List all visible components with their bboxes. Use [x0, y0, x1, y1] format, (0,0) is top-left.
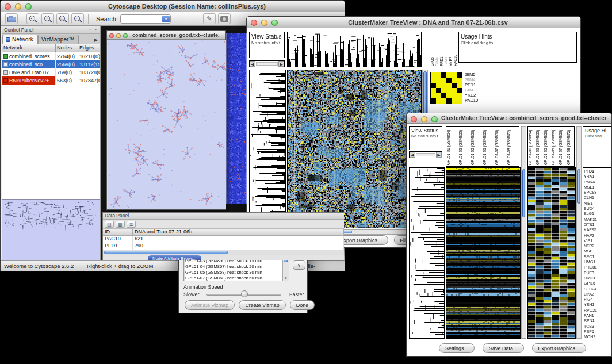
- close-button[interactable]: [251, 20, 257, 26]
- dense-network-canvas[interactable]: [227, 33, 246, 204]
- close-button[interactable]: [5, 3, 11, 10]
- tab-overflow-arrow[interactable]: ▶: [94, 37, 100, 44]
- matrix-cell[interactable]: [446, 72, 452, 78]
- network-overview-canvas[interactable]: [2, 200, 100, 261]
- row-dendrogram-panel[interactable]: [249, 70, 286, 228]
- zoom-in-button[interactable]: +: [41, 13, 54, 24]
- tree-navigator[interactable]: ◀ ▶: [409, 151, 442, 158]
- panel-float-close-icons[interactable]: ▫ ×: [89, 27, 98, 33]
- matrix-cell[interactable]: [446, 98, 452, 104]
- delete-attribute-button[interactable]: ≣: [127, 221, 136, 228]
- column-header-nodes[interactable]: Nodes: [56, 44, 78, 52]
- matrix-cell[interactable]: [452, 93, 457, 98]
- create-attribute-button[interactable]: ▦: [116, 221, 125, 228]
- annotation-button[interactable]: ✎: [203, 13, 216, 24]
- zoom-fit-button[interactable]: ▫: [71, 13, 84, 24]
- data-panel-hscrollbar[interactable]: [103, 250, 344, 255]
- column-dendrogram-panel[interactable]: [287, 32, 422, 67]
- row-dendrogram-panel[interactable]: [409, 167, 445, 339]
- matrix-cell[interactable]: [441, 88, 446, 93]
- network-overview-panel[interactable]: [2, 199, 100, 261]
- column-header-edges[interactable]: Edges: [78, 44, 100, 52]
- zoom-vscrollbar[interactable]: [576, 126, 582, 339]
- heatmap-canvas[interactable]: [446, 168, 520, 338]
- scroll-right-icon[interactable]: ▶: [436, 152, 442, 158]
- slider-thumb[interactable]: [241, 290, 248, 297]
- network-view-titlebar[interactable]: combined_scores_good.txt--cluste...: [107, 31, 225, 40]
- attribute-item[interactable]: GPL51-04 (GSM857) heat shock 20 min: [184, 264, 289, 270]
- zoom-heatmap-canvas[interactable]: [528, 168, 575, 338]
- scroll-right-icon[interactable]: ▶: [278, 61, 284, 67]
- network-list-row[interactable]: combined_sco2569(8)13112(15): [2, 60, 100, 68]
- zoom-button[interactable]: [25, 3, 32, 10]
- matrix-cell[interactable]: [431, 98, 436, 104]
- matrix-cell[interactable]: [431, 83, 436, 88]
- close-button[interactable]: [411, 116, 417, 122]
- hscroll-thumb[interactable]: [104, 251, 228, 254]
- matrix-cell[interactable]: [446, 78, 452, 83]
- minimize-button[interactable]: [261, 20, 267, 26]
- matrix-cell[interactable]: [436, 93, 441, 98]
- matrix-cell[interactable]: [452, 98, 457, 104]
- zoom-out-button[interactable]: -: [26, 13, 39, 24]
- snapshot-button[interactable]: [218, 13, 231, 24]
- column-header-network[interactable]: Network: [2, 44, 56, 52]
- done-button[interactable]: Done: [290, 300, 315, 310]
- minimize-button[interactable]: [15, 3, 21, 10]
- matrix-cell[interactable]: [452, 72, 457, 78]
- matrix-cell[interactable]: [457, 88, 462, 93]
- matrix-cell[interactable]: [446, 88, 452, 93]
- zoom-button[interactable]: [431, 116, 438, 122]
- treeview-combined-titlebar[interactable]: ClusterMaker TreeView : combined_scores_…: [407, 113, 611, 124]
- vscroll-thumb[interactable]: [522, 169, 525, 217]
- minimize-button[interactable]: [116, 33, 121, 38]
- minimize-button[interactable]: [421, 116, 427, 122]
- scroll-track[interactable]: [256, 62, 278, 66]
- zoom-button[interactable]: [123, 33, 128, 38]
- matrix-cell[interactable]: [441, 98, 446, 104]
- tab-network[interactable]: Network: [2, 35, 38, 44]
- matrix-cell[interactable]: [457, 93, 462, 98]
- matrix-cell[interactable]: [436, 78, 441, 83]
- scroll-left-icon[interactable]: ◀: [410, 152, 415, 158]
- matrix-cell[interactable]: [446, 93, 452, 98]
- matrix-cell[interactable]: [446, 83, 452, 88]
- matrix-cell[interactable]: [457, 83, 462, 88]
- matrix-cell[interactable]: [436, 88, 441, 93]
- matrix-cell[interactable]: [457, 78, 462, 83]
- save-data-button[interactable]: Save Data...: [483, 343, 524, 353]
- matrix-cell[interactable]: [436, 98, 441, 104]
- column-dendrogram-canvas[interactable]: [288, 32, 421, 67]
- scroll-left-icon[interactable]: ◀: [250, 61, 255, 67]
- node-attribute-browser-button[interactable]: Node Attribute Brows...: [148, 255, 201, 260]
- matrix-cell[interactable]: [457, 98, 462, 104]
- vscroll-thumb[interactable]: [577, 169, 580, 204]
- matrix-cell[interactable]: [441, 78, 446, 83]
- heatmap-panel[interactable]: [287, 70, 422, 228]
- network-list-row[interactable]: RNAPuberNov2+563(0)107847(0): [2, 76, 100, 85]
- matrix-cell[interactable]: [452, 88, 457, 93]
- attribute-table-row[interactable]: PAC10621: [103, 236, 344, 243]
- column-header-attribute[interactable]: DNA and Tran 07-21-06b: [133, 229, 344, 236]
- scroll-down-icon[interactable]: ▼: [283, 275, 289, 281]
- heatmap-panel[interactable]: [446, 167, 521, 339]
- matrix-cell[interactable]: [441, 72, 446, 78]
- close-button[interactable]: [109, 33, 114, 38]
- select-attributes-button[interactable]: ▤: [105, 221, 114, 228]
- create-vizmap-button[interactable]: Create Vizmap: [239, 300, 285, 310]
- correlation-matrix[interactable]: [430, 72, 462, 104]
- open-folder-button[interactable]: [5, 13, 18, 24]
- search-input[interactable]: [120, 14, 171, 24]
- row-dendrogram-canvas[interactable]: [410, 168, 444, 338]
- export-graphics-button[interactable]: Export Graphics...: [532, 343, 586, 353]
- matrix-cell[interactable]: [441, 83, 446, 88]
- zoom-heatmap-panel[interactable]: [527, 167, 576, 339]
- matrix-cell[interactable]: [431, 93, 436, 98]
- heatmap-vscrollbar[interactable]: [521, 126, 526, 339]
- attribute-table-row[interactable]: PFD1790: [103, 243, 344, 250]
- tab-vizmapper[interactable]: VizMapper™: [38, 35, 79, 44]
- matrix-cell[interactable]: [431, 88, 436, 93]
- animate-vizmap-button[interactable]: Animate Vizmap: [185, 300, 235, 310]
- network-graph-canvas[interactable]: [108, 40, 226, 209]
- heatmap-canvas[interactable]: [288, 70, 421, 228]
